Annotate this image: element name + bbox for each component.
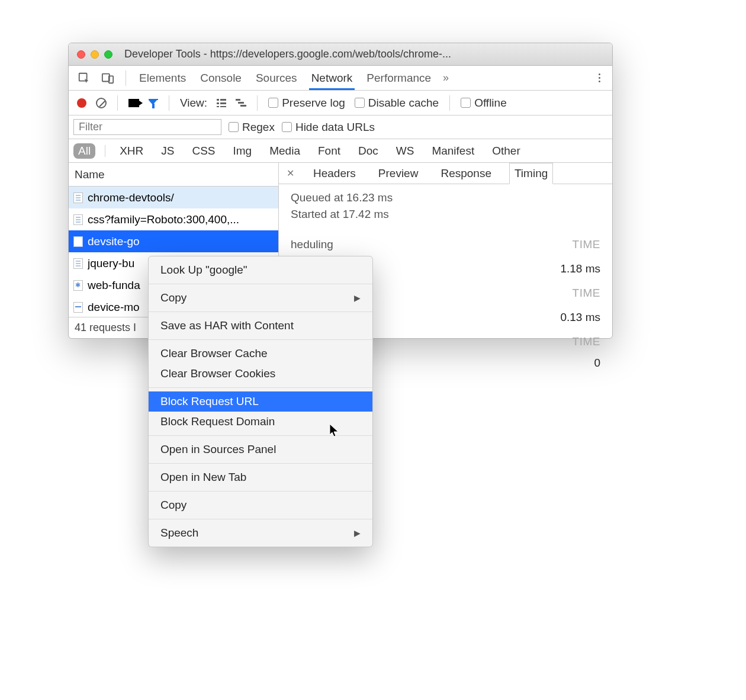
menu-speech-submenu[interactable]: Speech▶ xyxy=(149,523,372,543)
request-name: devsite-go xyxy=(88,235,140,248)
offline-label: Offline xyxy=(474,97,507,110)
request-name: web-funda xyxy=(88,279,140,292)
menu-clear-cache[interactable]: Clear Browser Cache xyxy=(149,343,372,364)
filter-manifest[interactable]: Manifest xyxy=(427,143,479,159)
menu-copy[interactable]: Copy xyxy=(149,495,372,515)
traffic-lights xyxy=(77,50,112,59)
name-column-header[interactable]: Name xyxy=(69,163,278,187)
filter-toggle-icon[interactable] xyxy=(149,99,158,107)
hide-data-urls-checkbox[interactable] xyxy=(282,122,292,132)
toggle-device-icon[interactable] xyxy=(101,71,115,85)
clear-button-icon[interactable] xyxy=(96,98,107,108)
file-icon xyxy=(73,214,83,225)
submenu-arrow-icon: ▶ xyxy=(354,528,361,538)
divider xyxy=(169,95,169,111)
menu-separator xyxy=(149,519,372,519)
tab-elements[interactable]: Elements xyxy=(137,66,188,90)
request-name: css?family=Roboto:300,400,... xyxy=(88,213,239,226)
menu-open-sources[interactable]: Open in Sources Panel xyxy=(149,439,372,460)
divider xyxy=(257,95,258,111)
filter-doc[interactable]: Doc xyxy=(353,143,383,159)
filter-js[interactable]: JS xyxy=(156,143,179,159)
filter-xhr[interactable]: XHR xyxy=(115,143,148,159)
preserve-log-label: Preserve log xyxy=(282,97,345,110)
filter-ws[interactable]: WS xyxy=(391,143,419,159)
tab-performance[interactable]: Performance xyxy=(364,66,433,90)
request-row[interactable]: css?family=Roboto:300,400,... xyxy=(69,208,278,230)
tab-sources[interactable]: Sources xyxy=(253,66,300,90)
submenu-arrow-icon: ▶ xyxy=(354,293,361,303)
request-name: chrome-devtools/ xyxy=(88,191,174,204)
disable-cache-checkbox[interactable] xyxy=(355,98,365,108)
started-line: Started at 17.42 ms xyxy=(291,208,600,221)
title-bar: Developer Tools - https://developers.goo… xyxy=(69,43,612,66)
file-icon xyxy=(73,302,83,313)
name-header-label: Name xyxy=(75,168,105,181)
preserve-log-checkbox[interactable] xyxy=(268,98,278,108)
settings-kebab-icon[interactable] xyxy=(594,73,604,82)
scheduling-value: 1.18 ms xyxy=(560,262,600,275)
time-header: TIME xyxy=(573,238,600,251)
menu-clear-cookies[interactable]: Clear Browser Cookies xyxy=(149,364,372,384)
inspect-element-icon[interactable] xyxy=(77,71,91,85)
divider xyxy=(117,95,118,111)
filter-all[interactable]: All xyxy=(73,143,95,159)
request-row[interactable]: devsite-go xyxy=(69,230,278,252)
type-filter-row: All XHR JS CSS Img Media Font Doc WS Man… xyxy=(69,139,612,163)
network-toolbar: View: Preserve log Disable cache Offline xyxy=(69,91,612,115)
menu-lookup[interactable]: Look Up "google" xyxy=(149,260,372,280)
menu-separator xyxy=(149,284,372,284)
detail-tab-response[interactable]: Response xyxy=(436,163,496,184)
menu-open-new-tab[interactable]: Open in New Tab xyxy=(149,467,372,487)
queued-line: Queued at 16.23 ms xyxy=(291,191,600,204)
menu-separator xyxy=(149,312,372,312)
filter-img[interactable]: Img xyxy=(229,143,257,159)
request-name: jquery-bu xyxy=(88,257,134,270)
divider xyxy=(126,70,126,86)
waterfall-overview-icon[interactable] xyxy=(236,99,246,107)
close-detail-icon[interactable]: ✕ xyxy=(285,168,295,179)
scheduling-label: heduling xyxy=(291,238,333,251)
file-icon xyxy=(73,236,83,247)
menu-save-har[interactable]: Save as HAR with Content xyxy=(149,316,372,336)
menu-separator xyxy=(149,463,372,464)
file-icon xyxy=(73,192,83,203)
request-name: device-mo xyxy=(88,301,140,314)
record-button[interactable] xyxy=(77,98,86,108)
tab-network[interactable]: Network xyxy=(309,66,355,90)
detail-tab-timing[interactable]: Timing xyxy=(509,163,553,184)
large-rows-icon[interactable] xyxy=(217,99,226,107)
view-label: View: xyxy=(180,97,207,110)
filter-css[interactable]: CSS xyxy=(187,143,220,159)
menu-block-request-url[interactable]: Block Request URL xyxy=(149,391,372,412)
request-row[interactable]: chrome-devtools/ xyxy=(69,187,278,208)
offline-checkbox[interactable] xyxy=(461,98,471,108)
close-window-button[interactable] xyxy=(77,50,85,59)
divider xyxy=(449,95,450,111)
minimize-window-button[interactable] xyxy=(91,50,99,59)
filter-input[interactable] xyxy=(73,119,221,135)
menu-separator xyxy=(149,339,372,340)
file-icon xyxy=(73,280,83,291)
filter-media[interactable]: Media xyxy=(265,143,305,159)
devtools-tabs: Elements Console Sources Network Perform… xyxy=(69,66,612,91)
regex-checkbox[interactable] xyxy=(229,122,239,132)
start-value: 0.13 ms xyxy=(560,311,600,324)
response-value: 0 xyxy=(594,357,600,370)
zoom-window-button[interactable] xyxy=(104,50,112,59)
time-header: TIME xyxy=(573,287,600,300)
capture-screenshots-icon[interactable] xyxy=(128,99,139,107)
menu-separator xyxy=(149,491,372,492)
filter-other[interactable]: Other xyxy=(487,143,525,159)
disable-cache-label: Disable cache xyxy=(368,97,439,110)
filter-font[interactable]: Font xyxy=(313,143,345,159)
context-menu: Look Up "google" Copy▶ Save as HAR with … xyxy=(148,256,373,547)
tab-console[interactable]: Console xyxy=(198,66,244,90)
more-tabs-chevron-icon[interactable]: » xyxy=(443,72,446,84)
menu-copy-submenu[interactable]: Copy▶ xyxy=(149,288,372,308)
file-icon xyxy=(73,258,83,269)
detail-tab-headers[interactable]: Headers xyxy=(308,163,361,184)
regex-label: Regex xyxy=(242,121,275,134)
detail-tab-preview[interactable]: Preview xyxy=(374,163,423,184)
hide-data-urls-label: Hide data URLs xyxy=(295,121,375,134)
